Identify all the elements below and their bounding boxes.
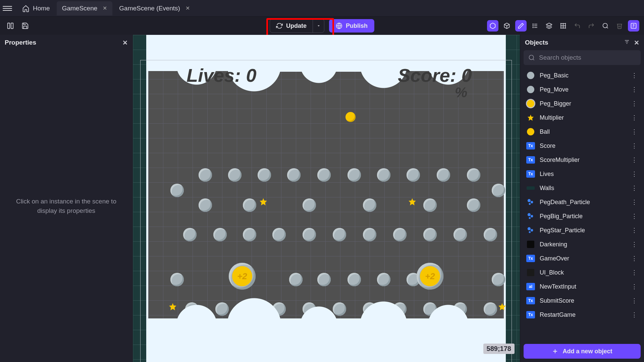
peg-instance[interactable] (377, 273, 390, 286)
tab-home[interactable]: Home (17, 1, 55, 15)
object-row[interactable]: PegDeath_Particle⋮ (524, 195, 641, 209)
kebab-icon[interactable]: ⋮ (630, 114, 639, 121)
kebab-icon[interactable]: ⋮ (630, 170, 639, 178)
score-text[interactable]: Score: 0 (398, 64, 472, 86)
close-icon[interactable]: ✕ (634, 39, 639, 47)
object-row[interactable]: TxLives⋮ (524, 167, 641, 181)
peg-instance[interactable] (229, 263, 256, 290)
kebab-icon[interactable]: ⋮ (630, 72, 639, 79)
peg-instance[interactable] (183, 228, 197, 241)
object-row[interactable]: Multiplier⋮ (524, 111, 641, 125)
kebab-icon[interactable]: ⋮ (630, 142, 639, 149)
edit-icon[interactable] (515, 20, 527, 32)
filter-icon[interactable] (624, 39, 630, 47)
close-icon[interactable]: ✕ (185, 5, 190, 11)
peg-instance[interactable] (393, 228, 407, 241)
kebab-icon[interactable]: ⋮ (630, 198, 639, 206)
panels-icon[interactable] (5, 20, 16, 32)
tab-scene[interactable]: GameScene ✕ (57, 1, 113, 15)
peg-instance[interactable] (272, 228, 286, 241)
layers-icon[interactable] (543, 20, 555, 32)
peg-instance[interactable] (423, 228, 437, 241)
object-row[interactable]: Darkening⋮ (524, 237, 641, 251)
settings-panel-icon[interactable] (628, 20, 639, 32)
peg-instance[interactable] (317, 168, 331, 182)
peg-instance[interactable] (363, 198, 376, 212)
peg-instance[interactable] (289, 273, 303, 286)
peg-instance[interactable] (213, 228, 227, 241)
peg-instance[interactable] (453, 228, 467, 241)
kebab-icon[interactable]: ⋮ (630, 269, 639, 276)
peg-instance[interactable] (484, 228, 497, 241)
peg-instance[interactable] (407, 168, 420, 182)
peg-instance[interactable] (437, 168, 450, 182)
kebab-icon[interactable]: ⋮ (630, 311, 639, 318)
lives-text[interactable]: Lives: 0 (186, 64, 257, 86)
add-object-button[interactable]: Add a new object (524, 344, 641, 359)
object-row[interactable]: Peg_Basic⋮ (524, 68, 641, 82)
kebab-icon[interactable]: ⋮ (630, 184, 639, 192)
publish-button[interactable]: Publish (329, 19, 374, 33)
kebab-icon[interactable]: ⋮ (630, 227, 639, 234)
redo-icon[interactable] (586, 20, 597, 32)
star-instance[interactable] (408, 197, 417, 206)
object-row[interactable]: TxScore⋮ (524, 139, 641, 153)
ball-instance[interactable] (345, 112, 356, 122)
kebab-icon[interactable]: ⋮ (630, 283, 639, 290)
box-3d-icon[interactable] (487, 20, 498, 32)
kebab-icon[interactable]: ⋮ (630, 86, 639, 93)
peg-instance[interactable] (258, 168, 271, 182)
peg-instance[interactable] (423, 198, 437, 212)
close-icon[interactable]: ✕ (122, 39, 128, 47)
object-row[interactable]: UI_Block⋮ (524, 265, 641, 280)
tab-events[interactable]: GameScene (Events) ✕ (114, 1, 195, 15)
peg-instance[interactable] (303, 198, 316, 212)
peg-instance[interactable] (377, 168, 390, 182)
peg-instance[interactable] (347, 168, 361, 182)
star-instance[interactable] (259, 197, 268, 206)
peg-instance[interactable] (467, 198, 480, 212)
kebab-icon[interactable]: ⋮ (630, 100, 639, 107)
object-row[interactable]: Peg_Move⋮ (524, 82, 641, 97)
object-row[interactable]: Peg_Bigger⋮ (524, 97, 641, 111)
peg-instance[interactable] (199, 168, 212, 182)
update-button[interactable]: Update (270, 19, 313, 33)
close-icon[interactable]: ✕ (103, 5, 107, 11)
object-row[interactable]: TxRestartGame⋮ (524, 308, 641, 322)
peg-instance[interactable] (492, 273, 505, 286)
instances-icon[interactable] (501, 20, 513, 32)
grid-icon[interactable] (557, 20, 569, 32)
object-row[interactable]: TxSubmitScore⋮ (524, 294, 641, 308)
peg-instance[interactable] (303, 228, 316, 241)
object-row[interactable]: aINewTextInput⋮ (524, 280, 641, 294)
trash-icon[interactable] (614, 20, 625, 32)
peg-instance[interactable] (492, 184, 505, 197)
peg-instance[interactable] (243, 228, 256, 241)
save-icon[interactable] (19, 20, 31, 32)
object-row[interactable]: PegStar_Particle⋮ (524, 223, 641, 237)
kebab-icon[interactable]: ⋮ (630, 255, 639, 262)
multiplier-text[interactable]: % (455, 84, 467, 101)
object-row[interactable]: TxGameOver⋮ (524, 251, 641, 265)
object-row[interactable]: Ball⋮ (524, 125, 641, 139)
peg-instance[interactable] (467, 168, 480, 182)
kebab-icon[interactable]: ⋮ (630, 156, 639, 164)
object-row[interactable]: PegBig_Particle⋮ (524, 209, 641, 223)
undo-icon[interactable] (572, 20, 583, 32)
peg-instance[interactable] (199, 198, 212, 212)
zoom-icon[interactable] (600, 20, 611, 32)
kebab-icon[interactable]: ⋮ (630, 241, 639, 248)
peg-instance[interactable] (170, 184, 184, 197)
peg-instance[interactable] (170, 273, 184, 286)
list-icon[interactable] (529, 20, 541, 32)
object-row[interactable]: TxScoreMultiplier⋮ (524, 153, 641, 167)
peg-instance[interactable] (347, 273, 361, 286)
kebab-icon[interactable]: ⋮ (630, 128, 639, 135)
scene-canvas[interactable]: Lives: 0 Score: 0 % 589;178 (133, 35, 520, 362)
peg-instance[interactable] (333, 228, 346, 241)
menu-icon[interactable] (3, 4, 12, 13)
peg-instance[interactable] (287, 168, 301, 182)
search-objects-box[interactable] (524, 50, 641, 65)
peg-instance[interactable] (317, 273, 331, 286)
kebab-icon[interactable]: ⋮ (630, 213, 639, 220)
